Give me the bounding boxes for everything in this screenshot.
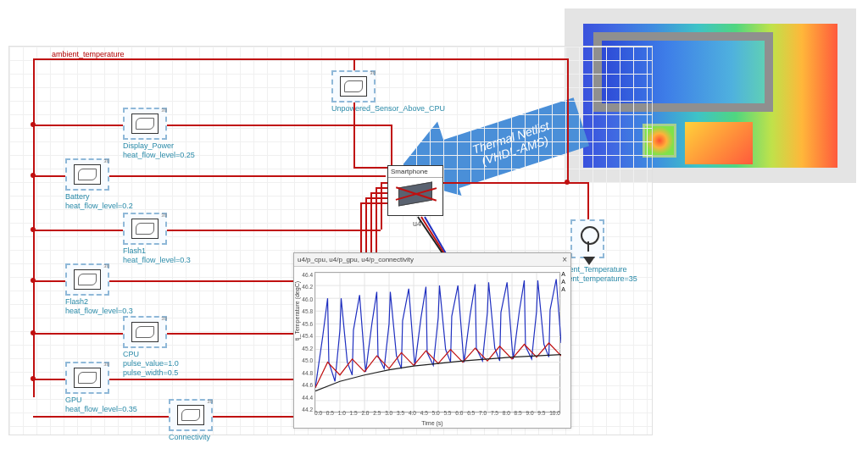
wire: [360, 202, 387, 204]
block-connectivity[interactable]: 30: [169, 399, 213, 431]
close-icon[interactable]: ×: [562, 255, 567, 264]
smartphone-title: Smartphone: [388, 166, 442, 178]
wire: [353, 58, 355, 70]
wire: [167, 230, 381, 231]
chart-plot-area: [314, 272, 560, 412]
wire: [353, 102, 355, 167]
chart-xticks: 0.00.51.01.52.02.53.03.54.04.55.05.56.06…: [314, 410, 560, 416]
chart-yticks: 46.446.246.045.845.645.445.245.044.844.6…: [299, 272, 313, 412]
node: [31, 173, 36, 178]
chart-titlebar[interactable]: u4/p_cpu, u4/p_gpu, u4/p_connectivity ×: [294, 253, 570, 267]
block-gpu[interactable]: 30: [65, 362, 109, 394]
label-unpowered: Unpowered_Sensor_Above_CPU: [331, 104, 445, 114]
wire: [33, 379, 65, 380]
wire: [567, 58, 569, 182]
block-smartphone[interactable]: Smartphone: [387, 165, 443, 216]
block-ambient-temperature[interactable]: [570, 219, 604, 258]
label-battery: Battery heat_flow_level=0.2: [65, 192, 133, 211]
wire: [33, 416, 169, 418]
block-flash2[interactable]: 30: [65, 263, 109, 296]
chart-window[interactable]: u4/p_cpu, u4/p_gpu, u4/p_connectivity × …: [293, 252, 571, 429]
label-connectivity: Connectivity: [169, 433, 210, 442]
block-flash1[interactable]: 30: [123, 213, 167, 245]
wire: [33, 175, 65, 177]
wire: [353, 167, 387, 169]
label-flash1: Flash1 heat_flow_level=0.3: [123, 246, 191, 265]
chart-xlabel: Time (s): [294, 420, 570, 426]
node: [565, 180, 570, 185]
node: [31, 122, 36, 127]
block-cpu[interactable]: 30: [123, 316, 167, 348]
wire: [381, 182, 382, 230]
block-display-power[interactable]: 30: [123, 108, 167, 140]
wire: [381, 182, 387, 184]
block-battery[interactable]: 30: [65, 158, 109, 191]
label-gpu: GPU heat_flow_level=0.35: [65, 396, 137, 414]
ambient-net-label: ambient_temperature: [52, 50, 125, 58]
node: [31, 278, 36, 283]
node: [31, 376, 36, 381]
label-flash2: Flash2 heat_flow_level=0.3: [65, 297, 133, 316]
node: [31, 227, 36, 232]
smartphone-pictogram: [395, 180, 436, 208]
node: [31, 330, 36, 335]
thermal-die: [685, 122, 753, 164]
chart-svg: [315, 273, 561, 413]
wire: [167, 125, 391, 126]
wire: [109, 175, 386, 177]
wire: [33, 230, 123, 231]
wire: [587, 182, 589, 219]
label-display: Display_Power heat_flow_level=0.25: [123, 141, 195, 160]
chart-title: u4/p_cpu, u4/p_gpu, u4/p_connectivity: [298, 256, 414, 263]
wire: [33, 58, 567, 60]
label-cpu: CPU pulse_value=1.0 pulse_width=0.5: [123, 350, 179, 378]
block-unpowered-sensor[interactable]: 30: [331, 70, 376, 102]
wire: [370, 192, 387, 194]
chart-ylabel: tj_Temperature (degC): [294, 281, 300, 340]
wire: [365, 197, 387, 199]
wire: [33, 280, 65, 282]
wire: [33, 125, 123, 126]
wire: [376, 187, 387, 189]
wire: [33, 333, 123, 335]
